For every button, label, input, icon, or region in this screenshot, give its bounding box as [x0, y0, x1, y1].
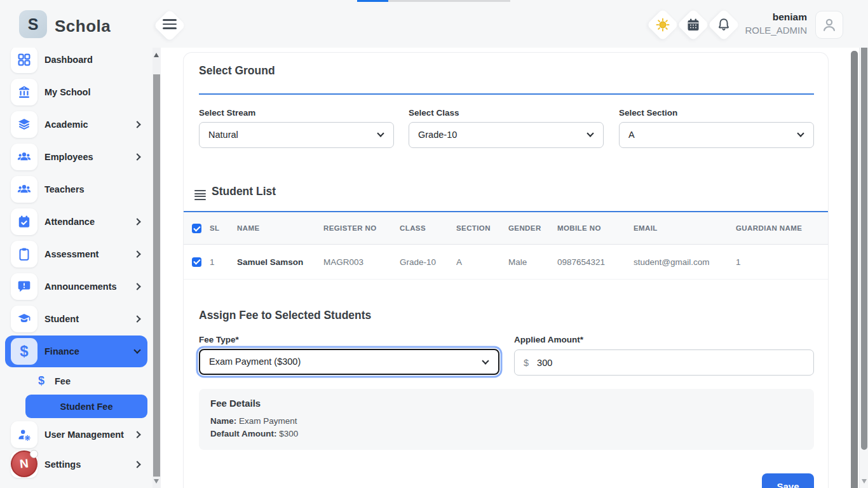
sidebar-subitem-student-fee-active[interactable]: Student Fee — [25, 395, 147, 418]
select-section-label: Select Section — [619, 108, 677, 118]
sidebar-item-employees[interactable]: Employees — [44, 144, 93, 170]
finance-dollar-icon: $ — [11, 338, 37, 365]
browser-scrollbar-track[interactable] — [859, 0, 868, 488]
page-load-progress-bar — [357, 0, 388, 2]
sidebar-item-user-management[interactable]: User Management — [44, 421, 124, 448]
select-ground-title: Select Ground — [199, 64, 275, 78]
save-button[interactable]: Save — [762, 473, 814, 488]
academic-icon[interactable] — [11, 111, 37, 138]
fee-name-label: Name: — [210, 416, 236, 426]
currency-prefix: $ — [524, 358, 529, 368]
student-table-row: 1 Samuel Samson MAGR003 Grade-10 A Male … — [184, 245, 828, 280]
col-class: CLASS — [400, 212, 456, 245]
sidebar-item-announcements[interactable]: Announcements — [44, 273, 117, 300]
chevron-right-icon — [133, 315, 140, 322]
applied-amount-input[interactable] — [537, 358, 778, 368]
fee-type-select[interactable]: Exam Payment ($300) — [199, 349, 499, 375]
brand-name: Schola — [55, 17, 111, 36]
dashboard-icon[interactable] — [11, 48, 37, 73]
teachers-icon[interactable] — [11, 176, 37, 203]
sidebar-item-assessment[interactable]: Assessment — [44, 241, 98, 268]
fee-details-box: Fee Details Name: Exam Payment Default A… — [199, 389, 814, 450]
select-chevron-icon — [797, 130, 804, 137]
student-list-title: Student List — [212, 185, 276, 198]
topbar: S Schola — [0, 0, 868, 48]
cell-gender: Male — [508, 245, 557, 279]
user-info: beniam ROLE_ADMIN — [745, 11, 807, 37]
fee-type-label: Fee Type* — [199, 335, 239, 344]
col-mobile-no: MOBILE NO — [557, 212, 634, 245]
cell-name: Samuel Samson — [237, 245, 323, 279]
overlay-avatar-n[interactable]: N — [11, 451, 37, 477]
fee-details-name-line: Name: Exam Payment — [210, 416, 297, 426]
select-chevron-icon — [587, 130, 593, 137]
user-name: beniam — [745, 11, 807, 24]
sidebar-item-academic[interactable]: Academic — [44, 111, 88, 138]
cell-register-no: MAGR003 — [323, 245, 400, 279]
stream-select[interactable]: Natural — [199, 122, 394, 148]
class-select[interactable]: Grade-10 — [409, 122, 604, 148]
col-gender: GENDER — [508, 212, 557, 245]
page-load-progress-track — [388, 0, 510, 2]
sidebar-scrollbar-track[interactable] — [153, 48, 161, 488]
col-email: EMAIL — [634, 212, 736, 245]
sidebar-subitem-fee[interactable]: Fee — [55, 374, 71, 388]
section-select[interactable]: A — [619, 122, 814, 148]
scroll-up-arrow[interactable] — [154, 53, 159, 57]
select-class-label: Select Class — [409, 108, 459, 118]
user-management-icon[interactable] — [11, 421, 37, 448]
content-scrollbar-thumb[interactable] — [851, 51, 858, 488]
assign-fee-title: Assign Fee to Selected Students — [199, 309, 371, 322]
overlay-avatar-badge — [30, 450, 38, 458]
content-scrollbar-track[interactable] — [850, 51, 858, 488]
student-table-header: SL NAME REGISTER NO CLASS SECTION GENDER… — [184, 212, 828, 245]
chevron-right-icon — [133, 153, 140, 160]
chevron-right-icon — [133, 283, 140, 290]
app-window: S Schola — [0, 0, 868, 488]
fee-default-label: Default Amount: — [210, 429, 277, 438]
browser-scroll-down-arrow[interactable] — [862, 479, 867, 484]
fee-details-title: Fee Details — [210, 398, 261, 409]
col-sl: SL — [210, 212, 237, 245]
chevron-right-icon — [133, 218, 140, 225]
cell-mobile-no: 0987654321 — [557, 245, 634, 279]
sidebar: Dashboard My School Academic Employees — [0, 48, 153, 488]
student-icon[interactable] — [11, 306, 37, 332]
class-select-value: Grade-10 — [418, 130, 457, 140]
sidebar-item-student[interactable]: Student — [44, 306, 79, 332]
sidebar-item-dashboard[interactable]: Dashboard — [44, 48, 93, 73]
chevron-right-icon — [133, 431, 140, 438]
sidebar-item-attendance[interactable]: Attendance — [44, 208, 95, 235]
employees-icon[interactable] — [11, 144, 37, 170]
applied-amount-label: Applied Amount* — [514, 335, 583, 344]
col-guardian-name: GUARDIAN NAME — [736, 212, 828, 245]
col-name: NAME — [237, 212, 323, 245]
cell-class: Grade-10 — [400, 245, 456, 279]
announcements-icon[interactable] — [11, 273, 37, 300]
brand-logo[interactable]: S — [19, 10, 47, 38]
profile-button[interactable] — [815, 11, 843, 39]
sidebar-scrollbar-thumb[interactable] — [153, 74, 160, 477]
row-checkbox[interactable] — [192, 257, 201, 267]
select-all-checkbox[interactable] — [192, 224, 201, 233]
sidebar-item-settings[interactable]: Settings — [44, 451, 81, 478]
content-card: Select Ground Select Stream Select Class… — [183, 52, 829, 488]
section-select-value: A — [628, 130, 635, 140]
assessment-icon[interactable] — [11, 241, 37, 268]
attendance-icon[interactable] — [11, 208, 37, 235]
col-section: SECTION — [456, 212, 508, 245]
select-stream-label: Select Stream — [199, 108, 255, 118]
cell-guardian-name: 1 — [736, 245, 828, 279]
user-role: ROLE_ADMIN — [745, 24, 807, 37]
select-chevron-icon — [482, 357, 489, 364]
school-building-icon[interactable] — [11, 79, 37, 105]
sidebar-item-my-school[interactable]: My School — [44, 79, 91, 105]
scroll-down-arrow[interactable] — [154, 479, 159, 484]
sidebar-item-teachers[interactable]: Teachers — [44, 176, 85, 203]
sun-icon — [655, 17, 670, 32]
browser-scrollbar-thumb[interactable] — [861, 30, 867, 450]
sidebar-item-finance[interactable]: Finance — [44, 338, 79, 365]
calendar-icon — [686, 17, 701, 32]
chevron-right-icon — [133, 461, 140, 468]
hamburger-menu-icon[interactable] — [163, 19, 177, 29]
